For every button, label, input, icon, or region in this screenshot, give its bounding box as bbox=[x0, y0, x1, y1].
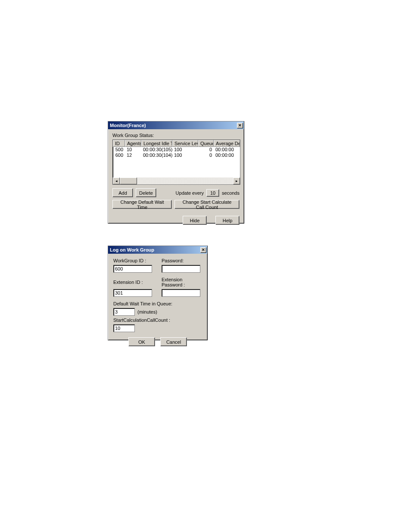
cell-queue: 0 bbox=[198, 147, 214, 152]
password-input[interactable] bbox=[162, 265, 200, 273]
listview-header: ID Agents Longest Idle T... Service Leve… bbox=[113, 140, 240, 147]
cell-id: 600 bbox=[113, 152, 125, 158]
seconds-label: seconds bbox=[222, 190, 240, 196]
scroll-right-icon[interactable]: ▸ bbox=[233, 177, 240, 184]
password-label: Password: bbox=[162, 258, 202, 263]
cell-queue: 0 bbox=[198, 152, 214, 158]
delete-button[interactable]: Delete bbox=[136, 188, 156, 197]
extension-id-input[interactable] bbox=[113, 289, 152, 297]
scroll-thumb[interactable] bbox=[120, 177, 137, 184]
work-group-listview[interactable]: ID Agents Longest Idle T... Service Leve… bbox=[112, 140, 240, 185]
cell-agents: 10 bbox=[125, 147, 141, 152]
start-calc-input[interactable] bbox=[113, 324, 135, 332]
change-start-calc-button[interactable]: Change Start Calculate Call Count bbox=[174, 200, 240, 209]
cell-service: 100 bbox=[172, 147, 198, 152]
cell-avg: 00:00:00 bbox=[214, 152, 240, 158]
scroll-track[interactable] bbox=[120, 177, 233, 184]
ok-button[interactable]: OK bbox=[128, 337, 155, 346]
default-wait-input[interactable] bbox=[113, 308, 135, 316]
update-interval-input[interactable] bbox=[206, 189, 219, 197]
monitor-title: Monitor(France) bbox=[110, 123, 146, 128]
update-every-label: Update every bbox=[176, 190, 204, 196]
col-id[interactable]: ID bbox=[113, 140, 125, 147]
work-group-status-label: Work Group Status: bbox=[112, 133, 240, 138]
logon-titlebar[interactable]: Log on Work Group ✕ bbox=[108, 246, 207, 254]
help-button[interactable]: Help bbox=[215, 216, 240, 225]
col-service-level[interactable]: Service Level bbox=[172, 140, 198, 147]
close-icon[interactable]: ✕ bbox=[200, 247, 206, 253]
cell-id: 500 bbox=[113, 147, 125, 152]
logon-title: Log on Work Group bbox=[110, 247, 154, 252]
cell-longest: 00:00:30(104) bbox=[141, 152, 172, 158]
logon-dialog: Log on Work Group ✕ WorkGroup ID : Passw… bbox=[108, 246, 208, 340]
monitor-titlebar[interactable]: Monitor(France) ✕ bbox=[108, 121, 244, 129]
horizontal-scrollbar[interactable]: ◂ ▸ bbox=[113, 177, 240, 184]
extension-password-label: Extension Password : bbox=[162, 277, 202, 287]
add-button[interactable]: Add bbox=[112, 188, 133, 197]
listview-rows: 500 10 00:00:30(105) 100 0 00:00:00 600 … bbox=[113, 147, 240, 158]
workgroup-id-label: WorkGroup ID : bbox=[113, 258, 154, 263]
hide-button[interactable]: Hide bbox=[183, 216, 207, 225]
table-row[interactable]: 600 12 00:00:30(104) 100 0 00:00:00 bbox=[113, 152, 240, 158]
cancel-button[interactable]: Cancel bbox=[160, 337, 187, 346]
col-agents[interactable]: Agents bbox=[125, 140, 141, 147]
workgroup-id-input[interactable] bbox=[113, 265, 152, 273]
change-default-wait-button[interactable]: Change Default Wait Time bbox=[112, 200, 172, 209]
cell-longest: 00:00:30(105) bbox=[141, 147, 172, 152]
monitor-dialog: Monitor(France) ✕ Work Group Status: ID … bbox=[108, 121, 244, 224]
col-average-delay[interactable]: Average Delay... bbox=[214, 140, 240, 147]
start-calc-label: StartCalculationCallCount : bbox=[113, 317, 202, 323]
extension-password-input[interactable] bbox=[162, 289, 200, 297]
close-icon[interactable]: ✕ bbox=[237, 123, 243, 128]
col-queue[interactable]: Queue bbox=[198, 140, 214, 147]
scroll-left-icon[interactable]: ◂ bbox=[113, 177, 120, 184]
cell-service: 100 bbox=[172, 152, 198, 158]
cell-avg: 00:00:00 bbox=[214, 147, 240, 152]
table-row[interactable]: 500 10 00:00:30(105) 100 0 00:00:00 bbox=[113, 147, 240, 152]
col-longest-idle[interactable]: Longest Idle T... bbox=[141, 140, 172, 147]
cell-agents: 12 bbox=[125, 152, 141, 158]
default-wait-label: Default Wait Time in Queue: bbox=[113, 301, 202, 306]
minutes-label: (minutes) bbox=[137, 309, 157, 314]
extension-id-label: Extension ID : bbox=[113, 280, 154, 285]
